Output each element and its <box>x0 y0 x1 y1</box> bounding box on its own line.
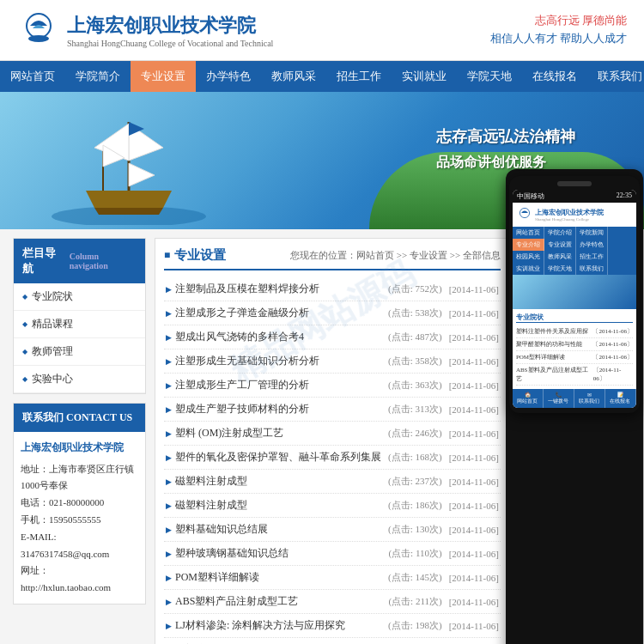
article-link-14[interactable]: LJ材料渗染: 涂料解决方法与应用探究 <box>166 618 381 633</box>
article-link-6[interactable]: 塑料 (OM)注射成型工艺 <box>166 426 381 440</box>
mobile-footer-home[interactable]: 🏠网站首页 <box>513 389 544 408</box>
mobile-section-title: 专业院状 <box>516 313 633 323</box>
contact-website: 网址：http://hxlun.taobao.com <box>21 562 138 597</box>
article-meta-12: (点击: 145次) <box>388 571 442 584</box>
mobile-logo: 上海宏创职业技术学院 Shanghai HongChuang College <box>513 203 636 227</box>
article-link-2[interactable]: 塑成出风气浇铸的多样合考4 <box>166 330 381 344</box>
list-item: 塑料基础知识总结展 (点击: 130次) [2014-11-06] <box>164 518 501 542</box>
article-date-1: [2014-11-06] <box>449 308 499 319</box>
article-meta-11: (点击: 110次) <box>388 547 441 560</box>
mobile-nav-teachers[interactable]: 教师风采 <box>544 251 576 263</box>
article-link-4[interactable]: 注塑成形生产工厂管理的分析 <box>166 378 381 392</box>
mobile-school-en: Shanghai HongChuang College <box>535 217 604 222</box>
mobile-nav-contact[interactable]: 联系我们 <box>576 263 608 275</box>
list-item: 磁塑料注射成型 (点击: 186次) [2014-11-06] <box>164 494 501 518</box>
article-link-1[interactable]: 注塑成形之子弹造金融级分析 <box>166 306 381 320</box>
article-date-14: [2014-11-06] <box>449 621 499 631</box>
article-meta-4: (点击: 363次) <box>388 379 442 392</box>
nav-item-0[interactable]: 网站首页 <box>0 61 65 92</box>
mobile-nav-major[interactable]: 专业介绍 <box>513 239 544 251</box>
article-date-10: [2014-11-06] <box>449 525 499 535</box>
article-list: 注塑制品及压模在塑料焊接分析 (点击: 752次) [2014-11-06] 注… <box>164 277 501 644</box>
sidebar-item-2[interactable]: 教师管理 <box>14 338 145 366</box>
article-date-3: [2014-11-06] <box>449 356 499 367</box>
list-item: 注塑制品及压模在塑料焊接分析 (点击: 752次) [2014-11-06] <box>164 277 501 301</box>
mobile-preview: 中国移动 22:35 上海宏创职业技术学院 Shanghai HongChuan… <box>506 169 643 644</box>
article-link-12[interactable]: POM塑料详细解读 <box>166 570 381 585</box>
main-content: 栏目导航 Column navigation 专业院状 精品课程 教师管理 实验… <box>0 229 644 644</box>
nav-item-7[interactable]: 学院天地 <box>457 61 522 92</box>
mobile-footer-contact[interactable]: ✉联系我们 <box>574 389 605 408</box>
article-meta-13: (点击: 211次) <box>388 595 441 608</box>
site-header: 上海宏创职业技术学院 Shanghai HongChuang College o… <box>0 0 644 61</box>
sidebar-nav: 栏目导航 Column navigation 专业院状 精品课程 教师管理 实验… <box>13 238 146 394</box>
sidebar: 栏目导航 Column navigation 专业院状 精品课程 教师管理 实验… <box>13 238 146 644</box>
nav-item-3[interactable]: 办学特色 <box>196 61 261 92</box>
article-date-8: [2014-11-06] <box>449 477 499 487</box>
article-meta-7: (点击: 168次) <box>388 451 442 464</box>
article-link-3[interactable]: 注塑形成生无基础知识分析分析 <box>166 354 381 368</box>
article-meta-6: (点击: 246次) <box>388 427 442 440</box>
article-link-11[interactable]: 塑种玻璃钢基础知识总结 <box>166 546 381 561</box>
article-date-6: [2014-11-06] <box>449 428 499 439</box>
sidebar-nav-title: 栏目导航 Column navigation <box>14 239 145 283</box>
mobile-carrier: 中国移动 <box>517 191 544 201</box>
nav-item-8[interactable]: 在线报名 <box>522 61 587 92</box>
nav-item-2[interactable]: 专业设置 <box>131 61 196 92</box>
list-item: 塑成出风气浇铸的多样合考4 (点击: 487次) [2014-11-06] <box>164 325 501 349</box>
article-link-7[interactable]: 塑件的氧化及密保护罩智、融斗革命系列集展 <box>166 450 381 465</box>
contact-company: 上海宏创职业技术学院 <box>21 439 138 458</box>
mobile-screen: 中国移动 22:35 上海宏创职业技术学院 Shanghai HongChuan… <box>513 190 636 408</box>
nav-item-1[interactable]: 学院简介 <box>65 61 131 92</box>
logo-area: 上海宏创职业技术学院 Shanghai HongChuang College o… <box>17 9 273 52</box>
mobile-nav-enroll[interactable]: 招生工作 <box>576 251 608 263</box>
mobile-footer-register[interactable]: 📝在线报名 <box>605 389 636 408</box>
article-meta-10: (点击: 130次) <box>388 523 442 536</box>
contact-email: E-MAIL: 31476317458@qq.com <box>21 529 138 563</box>
slogan: 志高行远 厚德尚能 相信人人有才 帮助人人成才 <box>490 12 627 48</box>
article-date-5: [2014-11-06] <box>449 404 499 415</box>
sidebar-item-1[interactable]: 精品课程 <box>14 311 145 338</box>
mobile-footer: 🏠网站首页 📞一键拨号 ✉联系我们 📝在线报名 <box>513 389 636 408</box>
banner-line1: 志存高远弘法治精神 <box>436 126 575 147</box>
mobile-nav-jobs[interactable]: 实训就业 <box>513 263 544 275</box>
article-content: 专业设置 您现在的位置：网站首页 >> 专业设置 >> 全部信息 注塑制品及压模… <box>155 238 510 644</box>
sidebar-item-0[interactable]: 专业院状 <box>14 283 145 311</box>
article-link-8[interactable]: 磁塑料注射成型 <box>166 474 381 489</box>
mobile-nav-news[interactable]: 学院新闻 <box>576 227 608 239</box>
sidebar-item-3[interactable]: 实验中心 <box>14 366 145 393</box>
mobile-nav-major2[interactable]: 专业设置 <box>544 239 576 251</box>
nav-item-5[interactable]: 招生工作 <box>326 61 392 92</box>
school-name-cn: 上海宏创职业技术学院 <box>67 13 273 39</box>
nav-item-9[interactable]: 联系我们 <box>587 61 644 92</box>
logo-text: 上海宏创职业技术学院 Shanghai HongChuang College o… <box>67 13 273 48</box>
article-link-5[interactable]: 塑成生产塑子技师材料的分析 <box>166 402 381 416</box>
slogan-line2: 相信人人有才 帮助人人成才 <box>490 30 627 48</box>
article-link-0[interactable]: 注塑制品及压模在塑料焊接分析 <box>166 282 381 296</box>
contact-box: 联系我们 CONTACT US 上海宏创职业技术学院 地址：上海市奉贤区庄行镇1… <box>13 403 146 605</box>
list-item: LJ材料渗染: 涂料解决方法与应用探究 (点击: 198次) [2014-11-… <box>164 614 501 638</box>
mobile-nav-about[interactable]: 学院介绍 <box>544 227 576 239</box>
nav-item-6[interactable]: 实训就业 <box>392 61 457 92</box>
article-link-13[interactable]: ABS塑料产品注射成型工艺 <box>166 594 381 609</box>
article-meta-2: (点击: 487次) <box>388 331 442 343</box>
banner-text: 志存高远弘法治精神 品场命讲创优服务 <box>436 126 575 172</box>
mobile-nav-home[interactable]: 网站首页 <box>513 227 544 239</box>
mobile-nav-campus[interactable]: 校园风光 <box>513 251 544 263</box>
nav-item-4[interactable]: 教师风采 <box>261 61 326 92</box>
mobile-nav-feature[interactable]: 办学特色 <box>576 239 608 251</box>
article-date-7: [2014-11-06] <box>449 453 499 463</box>
article-date-4: [2014-11-06] <box>449 380 499 391</box>
mobile-nav-life[interactable]: 学院天地 <box>544 263 576 275</box>
article-link-9[interactable]: 磁塑料注射成型 <box>166 498 381 513</box>
mobile-article-2: POM型料详细解读 〔2014-11-06〕 <box>516 351 633 364</box>
mobile-article-1: 聚甲醛塑料的功和与性能 〔2014-11-06〕 <box>516 338 633 351</box>
mobile-footer-call[interactable]: 📞一键拨号 <box>544 389 574 408</box>
article-link-10[interactable]: 塑料基础知识总结展 <box>166 522 381 537</box>
article-date-13: [2014-11-06] <box>449 597 499 607</box>
list-item: ABS塑料产品注射成型工艺 (点击: 211次) [2014-11-06] <box>164 590 501 614</box>
content-title: 专业设置 <box>164 247 226 264</box>
banner-line2: 品场命讲创优服务 <box>436 154 575 172</box>
article-date-11: [2014-11-06] <box>449 549 499 559</box>
list-item: POM塑料详细解读 (点击: 145次) [2014-11-06] <box>164 566 501 590</box>
